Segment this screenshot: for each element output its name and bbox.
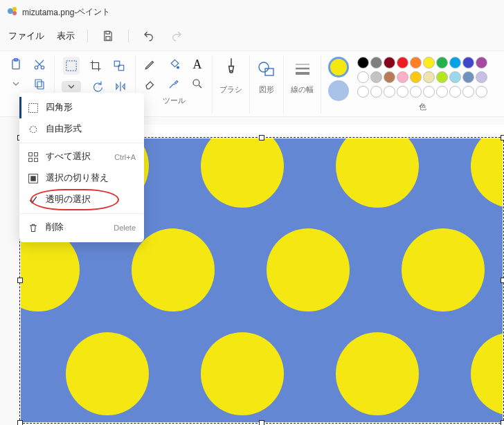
svg-rect-22 bbox=[35, 158, 38, 161]
resize-handle[interactable] bbox=[259, 420, 264, 425]
resize-handle[interactable] bbox=[501, 278, 504, 283]
color-secondary[interactable] bbox=[328, 80, 349, 101]
select-dropdown-button[interactable] bbox=[62, 81, 81, 92]
svg-point-2 bbox=[12, 11, 17, 15]
svg-rect-21 bbox=[29, 158, 33, 161]
color-swatch[interactable] bbox=[357, 57, 369, 69]
menu-delete-label: 削除 bbox=[46, 221, 64, 233]
group-shapes: 図形 bbox=[250, 55, 284, 114]
select-tool[interactable] bbox=[63, 57, 80, 75]
resize-handle[interactable] bbox=[17, 278, 23, 283]
color-swatch[interactable] bbox=[384, 71, 395, 83]
svg-point-0 bbox=[8, 8, 13, 14]
resize-handle[interactable] bbox=[501, 420, 504, 425]
color-swatch[interactable] bbox=[476, 57, 487, 69]
color-swatch[interactable] bbox=[423, 71, 435, 83]
menu-delete-shortcut: Delete bbox=[114, 224, 136, 232]
menu-view[interactable]: 表示 bbox=[57, 30, 75, 42]
copy-button[interactable] bbox=[32, 76, 47, 91]
eraser-tool[interactable] bbox=[143, 76, 158, 91]
color-swatch[interactable] bbox=[436, 71, 448, 83]
shapes-button[interactable] bbox=[257, 57, 276, 84]
color-swatch[interactable] bbox=[462, 86, 474, 98]
paste-chevron-icon[interactable] bbox=[8, 76, 24, 91]
color-swatch[interactable] bbox=[357, 71, 369, 83]
fill-tool[interactable] bbox=[166, 57, 181, 72]
polka-dot bbox=[471, 332, 503, 415]
menu-select-all[interactable]: すべて選択 Ctrl+A bbox=[19, 146, 144, 168]
color-swatch[interactable] bbox=[449, 86, 461, 98]
resize-handle[interactable] bbox=[501, 135, 504, 141]
color-swatch[interactable] bbox=[462, 57, 474, 69]
menu-transparent-label: 透明の選択 bbox=[46, 194, 91, 206]
color-swatch[interactable] bbox=[476, 86, 487, 98]
save-button[interactable] bbox=[100, 28, 116, 44]
color-swatch[interactable] bbox=[410, 71, 422, 83]
group-tools-label: ツール bbox=[163, 96, 186, 106]
color-swatch[interactable] bbox=[370, 71, 382, 83]
color-swatch[interactable] bbox=[397, 86, 408, 98]
polka-dot bbox=[132, 228, 215, 311]
menu-invert-selection[interactable]: 選択の切り替え bbox=[19, 168, 144, 189]
color-swatch[interactable] bbox=[462, 71, 474, 83]
menu-bar: ファイル 表示 bbox=[0, 24, 504, 51]
color-primary[interactable] bbox=[328, 57, 349, 78]
color-swatch[interactable] bbox=[449, 71, 461, 83]
menu-select-all-shortcut: Ctrl+A bbox=[114, 153, 136, 161]
menu-separator bbox=[19, 143, 144, 143]
menu-transparent-selection[interactable]: 透明の選択 bbox=[19, 189, 144, 210]
brush-button[interactable] bbox=[222, 57, 241, 84]
color-swatch[interactable] bbox=[384, 57, 395, 69]
resize-button[interactable] bbox=[111, 58, 127, 73]
color-swatch[interactable] bbox=[436, 86, 448, 98]
group-brushes: ブラシ bbox=[213, 55, 250, 114]
palette bbox=[357, 57, 487, 98]
cut-button[interactable] bbox=[32, 57, 47, 72]
color-swatch[interactable] bbox=[410, 86, 422, 98]
rotate-button[interactable] bbox=[89, 79, 105, 94]
crop-button[interactable] bbox=[88, 58, 103, 73]
group-stroke-label: 線の幅 bbox=[291, 84, 314, 95]
color-swatch[interactable] bbox=[476, 71, 487, 83]
pencil-tool[interactable] bbox=[143, 57, 158, 72]
menu-separator bbox=[19, 213, 144, 214]
separator bbox=[87, 30, 88, 42]
menu-rectangle-select[interactable]: 四角形 bbox=[19, 97, 144, 118]
magnifier-tool[interactable] bbox=[190, 76, 205, 91]
polka-dot bbox=[267, 228, 350, 311]
menu-freeform-select[interactable]: 自由形式 bbox=[19, 118, 144, 140]
eyedropper-tool[interactable] bbox=[166, 76, 181, 91]
menu-delete[interactable]: 削除 Delete bbox=[19, 217, 144, 238]
title-bar: mizutama.png - ペイント bbox=[0, 0, 504, 24]
text-tool[interactable]: A bbox=[190, 57, 205, 72]
color-swatch[interactable] bbox=[410, 57, 422, 69]
svg-rect-11 bbox=[66, 61, 76, 71]
polka-dot bbox=[336, 138, 419, 208]
color-swatch[interactable] bbox=[449, 57, 461, 69]
flip-button[interactable] bbox=[113, 79, 128, 94]
color-swatch[interactable] bbox=[423, 57, 435, 69]
color-swatch[interactable] bbox=[397, 71, 408, 83]
svg-rect-19 bbox=[29, 152, 33, 156]
color-swatch[interactable] bbox=[384, 86, 395, 98]
color-swatch[interactable] bbox=[423, 86, 435, 98]
undo-button[interactable] bbox=[141, 28, 156, 44]
color-swatch[interactable] bbox=[370, 86, 382, 98]
redo-button[interactable] bbox=[169, 28, 184, 44]
polka-dot bbox=[201, 332, 284, 415]
svg-point-15 bbox=[193, 80, 199, 86]
color-swatch[interactable] bbox=[357, 86, 369, 98]
stroke-width-button[interactable] bbox=[293, 57, 312, 84]
menu-file[interactable]: ファイル bbox=[8, 30, 44, 42]
resize-handle[interactable] bbox=[259, 135, 264, 141]
color-swatch[interactable] bbox=[436, 57, 448, 69]
group-tools: A ツール bbox=[136, 55, 213, 114]
menu-freeform-label: 自由形式 bbox=[46, 123, 82, 135]
polka-dot bbox=[336, 332, 419, 415]
resize-handle[interactable] bbox=[17, 420, 23, 425]
svg-rect-3 bbox=[106, 31, 109, 34]
paste-button[interactable] bbox=[8, 57, 24, 72]
color-swatch[interactable] bbox=[370, 57, 382, 69]
group-colors-label: 色 bbox=[419, 102, 426, 112]
color-swatch[interactable] bbox=[397, 57, 408, 69]
